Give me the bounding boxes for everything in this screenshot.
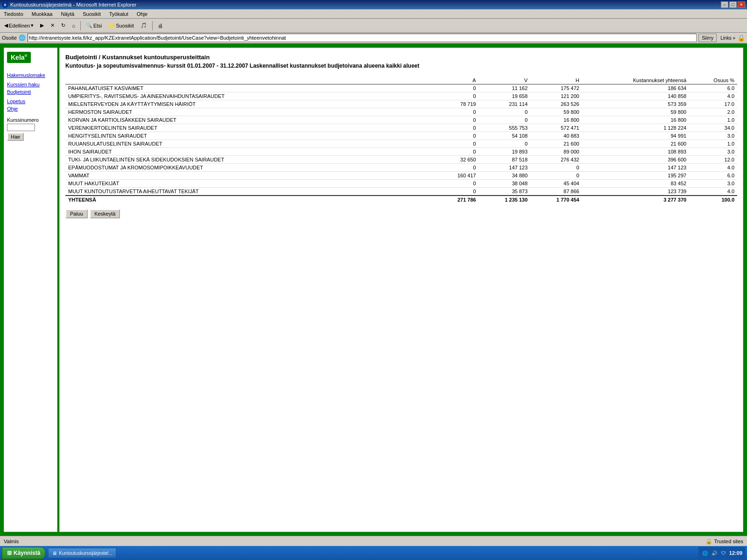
- row-h: 175 472: [530, 84, 582, 92]
- row-h: 16 800: [530, 116, 582, 124]
- footer-v: 1 235 130: [479, 196, 530, 203]
- toolbar: ◀Edellinen▾ ▶ ✕ ↻ ⌂ 🔍Etsi ⭐Suosikit 🎵 🖨: [0, 19, 747, 33]
- row-pct: 3.0: [689, 132, 737, 140]
- row-a: 0: [435, 164, 479, 172]
- row-name: MIELENTERVEYDEN JA KÄYTTÄYTYMISEN HÄIRIÖ…: [65, 100, 435, 108]
- taskbar: ⊞ Käynnistä 🖥Kuntoutuskurssijärjestel...…: [0, 546, 747, 560]
- home-button[interactable]: ⌂: [70, 21, 78, 31]
- footer-pct: 100.0: [689, 196, 737, 203]
- print-button[interactable]: 🖨: [155, 21, 165, 31]
- row-total: 83 452: [582, 180, 689, 188]
- menu-ohje[interactable]: Ohje: [135, 11, 149, 17]
- status-bar: Valmis 🔒 Trusted sites: [0, 536, 747, 546]
- row-name: TUKI- JA LIIKUNTAELINTEN SEKÄ SIDEKUDOKS…: [65, 156, 435, 164]
- forward-button[interactable]: ▶: [38, 21, 46, 31]
- table-row: KORVAN JA KARTIOLISÄKKEEN SAIRAUDET 0 0 …: [65, 116, 737, 124]
- close-button[interactable]: ✕: [738, 1, 745, 8]
- cancel-button[interactable]: Keskeytä: [90, 209, 120, 218]
- start-button[interactable]: ⊞ Käynnistä: [2, 547, 45, 559]
- footer-total: 3 277 370: [582, 196, 689, 203]
- address-bar: Osoite 🌐 Siirry Links » 🔒: [0, 33, 747, 44]
- row-h: 59 800: [530, 108, 582, 116]
- row-pct: 3.0: [689, 148, 737, 156]
- row-pct: 2.0: [689, 108, 737, 116]
- page-subtitle: Kuntoutus- ja sopeutumisvalmennus- kurss…: [65, 63, 737, 69]
- media-button[interactable]: 🎵: [138, 21, 149, 31]
- row-h: 0: [530, 172, 582, 180]
- row-a: 78 719: [435, 100, 479, 108]
- search-button[interactable]: 🔍Etsi: [84, 21, 104, 31]
- row-a: 32 650: [435, 156, 479, 164]
- row-pct: 17.0: [689, 100, 737, 108]
- row-total: 147 123: [582, 164, 689, 172]
- row-v: 0: [479, 116, 530, 124]
- back-button[interactable]: ◀Edellinen▾: [2, 21, 36, 31]
- kela-logo: Kela®: [7, 52, 31, 63]
- menu-nayta[interactable]: Näytä: [59, 11, 76, 17]
- sidebar-link-lopetus[interactable]: Lopetus: [7, 98, 54, 104]
- table-row: PAHANLAATUISET KASVAIMET 0 11 162 175 47…: [65, 84, 737, 92]
- table-row: VAMMAT 160 417 34 880 0 195 297 6.0: [65, 172, 737, 180]
- row-a: 160 417: [435, 172, 479, 180]
- back-button[interactable]: Paluu: [65, 209, 88, 218]
- row-h: 87 866: [530, 188, 582, 196]
- row-v: 38 048: [479, 180, 530, 188]
- row-a: 0: [435, 116, 479, 124]
- row-name: EPÄMUODOSTUMAT JA KROMOSOMIPOIKKEAVUUDET: [65, 164, 435, 172]
- row-v: 0: [479, 140, 530, 148]
- table-row: HENGITYSELINTEN SAIRAUDET 0 54 108 40 88…: [65, 132, 737, 140]
- trusted-sites-zone: 🔒 Trusted sites: [705, 538, 743, 545]
- menu-tiedosto[interactable]: Tiedosto: [2, 11, 25, 17]
- row-name: HERMOSTON SAIRAUDET: [65, 108, 435, 116]
- row-v: 54 108: [479, 132, 530, 140]
- row-h: 45 404: [530, 180, 582, 188]
- row-name: UMPIERITYS-, RAVITSEMUS- JA AINEENVAIHDU…: [65, 92, 435, 100]
- row-h: 21 600: [530, 140, 582, 148]
- window-title: Kuntoutuskurssijärjestelmä - Microsoft I…: [10, 2, 136, 7]
- menu-bar: Tiedosto Muokkaa Näytä Suosikit Työkalut…: [0, 9, 747, 19]
- row-h: 40 883: [530, 132, 582, 140]
- row-a: 0: [435, 108, 479, 116]
- row-a: 0: [435, 140, 479, 148]
- col-header-v: V: [479, 77, 530, 84]
- row-name: IHON SAIRAUDET: [65, 148, 435, 156]
- restore-button[interactable]: □: [729, 1, 737, 8]
- hae-button[interactable]: Hae: [7, 133, 24, 141]
- col-header-h: H: [530, 77, 582, 84]
- row-pct: 1.0: [689, 140, 737, 148]
- sidebar-link-kurssien-haku[interactable]: Kurssien haku: [7, 82, 54, 87]
- go-button[interactable]: Siirry: [698, 34, 717, 42]
- menu-tyokalut[interactable]: Työkalut: [107, 11, 130, 17]
- row-v: 35 873: [479, 188, 530, 196]
- minimize-button[interactable]: –: [721, 1, 728, 8]
- row-total: 186 634: [582, 84, 689, 92]
- address-input[interactable]: [28, 34, 697, 42]
- row-total: 573 359: [582, 100, 689, 108]
- row-h: 276 432: [530, 156, 582, 164]
- col-header-pct: Osuus %: [689, 77, 737, 84]
- cost-table: A V H Kustannukset yhteensä Osuus % PAHA…: [65, 77, 737, 203]
- page-icon: 🌐: [19, 35, 26, 41]
- row-a: 0: [435, 132, 479, 140]
- col-header-name: [65, 77, 435, 84]
- row-total: 94 991: [582, 132, 689, 140]
- row-pct: 4.0: [689, 164, 737, 172]
- row-pct: 6.0: [689, 172, 737, 180]
- row-h: 121 200: [530, 92, 582, 100]
- sidebar-link-ohje[interactable]: Ohje: [7, 106, 54, 112]
- favorites-button[interactable]: ⭐Suosikit: [106, 21, 136, 31]
- kurssinumero-input[interactable]: [7, 124, 35, 131]
- row-pct: 6.0: [689, 84, 737, 92]
- stop-button[interactable]: ✕: [48, 21, 57, 31]
- taskbar-item[interactable]: 🖥Kuntoutuskurssijärjestel...: [48, 548, 116, 558]
- row-a: 0: [435, 84, 479, 92]
- row-h: 89 000: [530, 148, 582, 156]
- sidebar-link-budjetointi[interactable]: Budjetointi: [7, 89, 54, 95]
- refresh-button[interactable]: ↻: [59, 21, 68, 31]
- menu-suosikit[interactable]: Suosikit: [81, 11, 103, 17]
- status-text: Valmis: [2, 539, 704, 544]
- row-a: 0: [435, 92, 479, 100]
- sidebar-link-hakemuslomake[interactable]: Hakemuslomake: [7, 72, 54, 78]
- menu-muokkaa[interactable]: Muokkaa: [30, 11, 55, 17]
- windows-icon: ⊞: [7, 550, 12, 556]
